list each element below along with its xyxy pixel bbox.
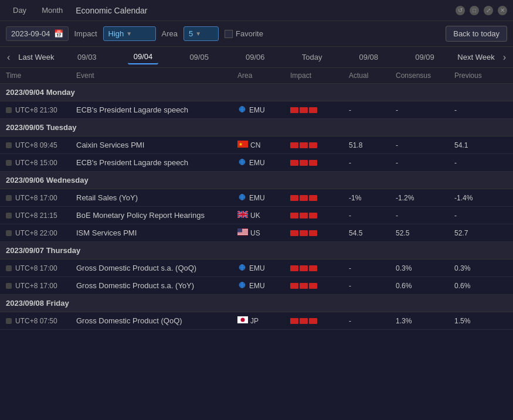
nav-date-09-04[interactable]: 09/04 — [128, 50, 159, 64]
area-cell: UK — [237, 211, 290, 220]
area-name: EMU — [249, 282, 265, 290]
impact-bar — [309, 283, 317, 289]
row-indicator-icon — [6, 318, 12, 324]
area-cell: EMU — [237, 194, 290, 202]
prev-arrow[interactable]: ‹ — [4, 52, 13, 63]
impact-bar — [309, 318, 317, 324]
svg-text:★: ★ — [239, 142, 243, 147]
impact-bar — [290, 142, 298, 148]
nav-date-09-06[interactable]: 09/06 — [240, 50, 271, 64]
nav-dates: 09/0309/0409/0509/06Today09/0809/09 — [59, 50, 453, 64]
impact-dropdown-arrow: ▼ — [126, 30, 132, 37]
tab-month[interactable]: Month — [35, 2, 70, 18]
previous-value: - — [454, 211, 507, 220]
actual-value: - — [349, 211, 396, 220]
event-row[interactable]: UTC+8 17:00Gross Domestic Product s.a. (… — [0, 259, 513, 277]
impact-bar — [309, 142, 317, 148]
flag-icon: ★ — [237, 141, 248, 149]
impact-bar — [290, 318, 298, 324]
flag-icon — [237, 282, 247, 290]
refresh-icon[interactable]: ↺ — [456, 6, 465, 15]
row-indicator-icon — [6, 142, 12, 148]
time-cell: UTC+8 17:00 — [6, 264, 76, 272]
previous-value: 0.3% — [454, 264, 507, 272]
time-value: UTC+8 17:00 — [15, 194, 57, 202]
next-week-label[interactable]: Next Week — [453, 53, 499, 62]
time-cell: UTC+8 09:45 — [6, 141, 76, 149]
actual-value: -1% — [349, 194, 396, 202]
day-header-0: 2023/09/04 Monday — [0, 84, 513, 101]
impact-cell — [290, 160, 349, 166]
close-icon[interactable]: ✕ — [498, 6, 507, 15]
previous-value: - — [454, 106, 507, 114]
nav-date-09-09[interactable]: 09/09 — [409, 50, 440, 64]
next-arrow[interactable]: › — [500, 52, 509, 63]
event-name: BoE Monetary Policy Report Hearings — [76, 211, 237, 220]
impact-bar — [309, 265, 317, 271]
tab-day[interactable]: Day — [6, 2, 33, 18]
area-cell: ★CN — [237, 141, 290, 149]
impact-bar — [300, 283, 308, 289]
event-name: ECB's President Lagarde speech — [76, 105, 237, 114]
svg-rect-24 — [237, 228, 242, 232]
event-name: ISM Services PMI — [76, 228, 237, 237]
previous-value: -1.4% — [454, 194, 507, 202]
impact-bar — [309, 107, 317, 113]
impact-cell — [290, 318, 349, 324]
nav-date-09-03[interactable]: 09/03 — [72, 50, 103, 64]
event-row[interactable]: UTC+8 09:45Caixin Services PMI★CN51.8-54… — [0, 136, 513, 154]
impact-cell — [290, 265, 349, 271]
time-value: UTC+8 17:00 — [15, 264, 57, 272]
nav-date-09-08[interactable]: 09/08 — [354, 50, 385, 64]
actual-value: 54.5 — [349, 229, 396, 237]
impact-dropdown[interactable]: High ▼ — [103, 26, 156, 41]
time-cell: UTC+8 07:50 — [6, 317, 76, 325]
last-week-label[interactable]: Last Week — [13, 53, 59, 62]
impact-cell — [290, 142, 349, 148]
day-header-3: 2023/09/07 Thursday — [0, 242, 513, 259]
actual-value: 51.8 — [349, 141, 396, 149]
event-row[interactable]: UTC+8 21:30ECB's President Lagarde speec… — [0, 101, 513, 119]
window-controls: ↺ □ ⤢ ✕ — [456, 6, 507, 15]
row-indicator-icon — [6, 283, 12, 289]
back-to-today-button[interactable]: Back to today — [446, 26, 507, 42]
event-row[interactable]: UTC+8 21:15BoE Monetary Policy Report He… — [0, 207, 513, 224]
col-previous: Previous — [454, 71, 507, 80]
event-name: Gross Domestic Product s.a. (QoQ) — [76, 264, 237, 272]
time-cell: UTC+8 21:15 — [6, 211, 76, 220]
restore-icon[interactable]: □ — [470, 6, 479, 15]
area-name: EMU — [249, 159, 265, 167]
row-indicator-icon — [6, 195, 12, 201]
favorite-checkbox[interactable] — [225, 30, 233, 38]
consensus-value: 1.3% — [396, 317, 454, 325]
impact-bar — [290, 265, 298, 271]
event-row[interactable]: UTC+8 17:00Gross Domestic Product s.a. (… — [0, 277, 513, 295]
nav-date-Today[interactable]: Today — [296, 50, 328, 64]
date-value: 2023-09-04 — [11, 29, 50, 38]
svg-rect-23 — [237, 234, 248, 235]
time-cell: UTC+8 21:30 — [6, 106, 76, 114]
consensus-value: - — [396, 211, 454, 220]
date-input[interactable]: 2023-09-04 📅 — [6, 26, 69, 41]
event-row[interactable]: UTC+8 07:50Gross Domestic Product (QoQ)J… — [0, 312, 513, 330]
area-cell: US — [237, 228, 290, 237]
impact-bar — [300, 265, 308, 271]
event-row[interactable]: UTC+8 15:00ECB's President Lagarde speec… — [0, 154, 513, 172]
event-row[interactable]: UTC+8 17:00Retail Sales (YoY)EMU-1%-1.2%… — [0, 189, 513, 207]
area-cell: EMU — [237, 106, 290, 114]
svg-rect-22 — [237, 233, 248, 234]
flag-icon — [237, 106, 247, 114]
area-dropdown[interactable]: 5 ▼ — [184, 26, 219, 41]
calendar-content: 2023/09/04 MondayUTC+8 21:30ECB's Presid… — [0, 84, 513, 417]
impact-bar — [309, 213, 317, 218]
impact-bar — [309, 160, 317, 166]
area-name: US — [250, 229, 260, 237]
event-row[interactable]: UTC+8 22:00ISM Services PMIUS54.552.552.… — [0, 224, 513, 242]
maxrestore-icon[interactable]: ⤢ — [484, 6, 493, 15]
time-value: UTC+8 07:50 — [15, 317, 57, 325]
area-name: CN — [250, 141, 260, 149]
nav-date-09-05[interactable]: 09/05 — [184, 50, 215, 64]
impact-bar — [300, 107, 308, 113]
col-event: Event — [76, 71, 237, 80]
area-name: JP — [250, 317, 259, 325]
